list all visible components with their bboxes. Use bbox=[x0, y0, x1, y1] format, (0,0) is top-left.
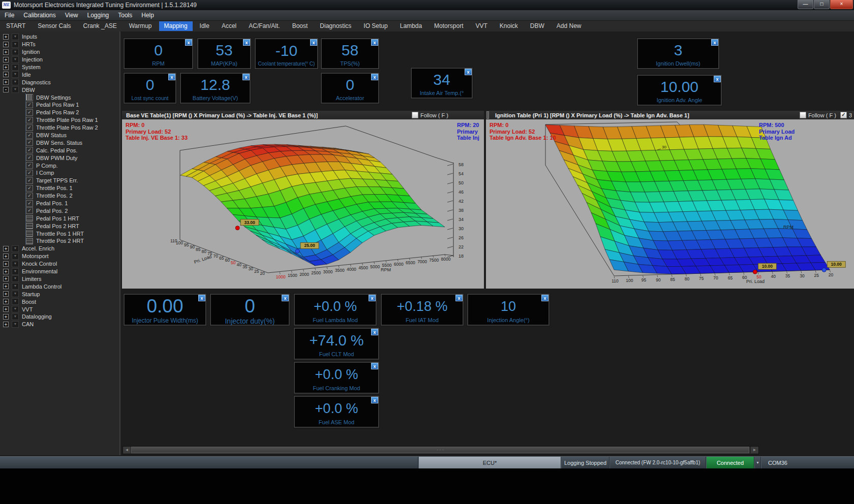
sidebar-item-p-comp[interactable]: ✓P Comp. bbox=[6, 162, 119, 169]
expand-icon[interactable]: + bbox=[3, 72, 9, 77]
expand-icon[interactable]: + bbox=[3, 284, 9, 289]
sidebar-item-can[interactable]: +▼CAN bbox=[0, 321, 119, 328]
expand-icon[interactable]: + bbox=[3, 34, 9, 40]
panel-splitter-grip[interactable] bbox=[486, 111, 489, 119]
close-icon[interactable]: x bbox=[185, 39, 192, 46]
sidebar-item-dbw-pwm-duty[interactable]: ✓DBW PWM Duty bbox=[6, 154, 119, 162]
expand-icon[interactable]: + bbox=[3, 261, 9, 267]
close-icon[interactable]: x bbox=[455, 295, 463, 301]
expand-icon[interactable]: + bbox=[3, 306, 9, 312]
close-icon[interactable]: x bbox=[714, 76, 721, 82]
status-com-port[interactable]: COM36 bbox=[760, 457, 795, 469]
sidebar-item-hrts[interactable]: +▼HRTs bbox=[0, 41, 119, 48]
sidebar-item-environmental[interactable]: +▼Environmental bbox=[0, 268, 119, 275]
expand-icon[interactable]: + bbox=[3, 79, 9, 85]
gauge-lambdamod[interactable]: +0.0 %Fuel Lambda Modx bbox=[294, 294, 377, 326]
close-icon[interactable]: x bbox=[541, 295, 548, 301]
close-button[interactable]: × bbox=[830, 0, 853, 9]
close-icon[interactable]: x bbox=[711, 39, 718, 46]
gauge-batt[interactable]: 12.8Battery Voltage(V)x bbox=[180, 73, 251, 104]
menu-item-calibrations[interactable]: Calibrations bbox=[19, 10, 60, 20]
sidebar-item-dbw[interactable]: -▼DBW bbox=[0, 86, 119, 93]
gauge-duty[interactable]: 0Injector duty(%)x bbox=[210, 294, 290, 326]
follow-checkbox[interactable] bbox=[800, 112, 806, 118]
gauge-injang[interactable]: 10Injection Angle(°)x bbox=[467, 294, 550, 326]
close-icon[interactable]: x bbox=[371, 397, 378, 403]
tab-add-new[interactable]: Add New bbox=[552, 21, 587, 31]
tab-accel[interactable]: Accel bbox=[217, 21, 241, 31]
tab-sensor-cals[interactable]: Sensor Cals bbox=[33, 21, 76, 31]
horizontal-scrollbar[interactable]: ◄ · · · ► bbox=[123, 446, 759, 455]
sidebar-item-idle[interactable]: +▼Idle bbox=[0, 71, 119, 78]
gauge-map[interactable]: 53MAP(KPa)x bbox=[197, 38, 251, 69]
tab-dbw[interactable]: DBW bbox=[525, 21, 550, 31]
gauge-cltmod[interactable]: +74.0 %Fuel CLT Modx bbox=[294, 328, 379, 360]
close-icon[interactable]: x bbox=[371, 329, 378, 335]
close-icon[interactable]: x bbox=[243, 39, 250, 46]
gauge-dwell[interactable]: 3Ignition Dwell(ms)x bbox=[637, 38, 719, 69]
tab-motorsport[interactable]: Motorsport bbox=[429, 21, 468, 31]
follow-checkbox[interactable] bbox=[412, 112, 418, 118]
sidebar-item-vvt[interactable]: +▼VVT bbox=[0, 305, 119, 313]
maximize-button[interactable]: □ bbox=[814, 0, 830, 9]
close-icon[interactable]: x bbox=[465, 69, 472, 75]
view-3d-checkbox[interactable]: ✓ bbox=[840, 112, 847, 118]
tab-ac-fan-alt[interactable]: AC/Fan/Alt. bbox=[243, 21, 285, 31]
expand-icon[interactable]: + bbox=[3, 57, 9, 62]
sidebar-item-startup[interactable]: +▼Startup bbox=[0, 290, 119, 298]
gauge-crankmod[interactable]: +0.0 %Fuel Cranking Modx bbox=[294, 362, 379, 394]
sidebar-item-pedal-pos-1-hrt[interactable]: Pedal Pos 1 HRT bbox=[6, 214, 119, 222]
close-icon[interactable]: x bbox=[282, 295, 289, 301]
sidebar-item-limiters[interactable]: +▼Limiters bbox=[0, 275, 119, 283]
gauge-rpm[interactable]: 0RPMx bbox=[124, 38, 193, 69]
collapse-icon[interactable]: - bbox=[3, 87, 9, 92]
gauge-iatmod[interactable]: +0.18 %Fuel IAT Modx bbox=[381, 294, 464, 326]
tab-start[interactable]: START bbox=[1, 21, 30, 31]
sidebar-item-knock-control[interactable]: +▼Knock Control bbox=[0, 260, 119, 268]
sidebar-item-throttle-pos-1-hrt[interactable]: Throttle Pos 1 HRT bbox=[6, 230, 119, 237]
expand-icon[interactable]: + bbox=[3, 254, 9, 259]
expand-icon[interactable]: + bbox=[3, 276, 9, 281]
menu-item-file[interactable]: File bbox=[0, 10, 19, 20]
close-icon[interactable]: x bbox=[242, 74, 250, 80]
gauge-asemod[interactable]: +0.0 %Fuel ASE Modx bbox=[294, 396, 379, 428]
expand-icon[interactable]: + bbox=[3, 42, 9, 47]
sidebar-item-boost[interactable]: +▼Boost bbox=[0, 298, 119, 305]
expand-icon[interactable]: + bbox=[3, 299, 9, 304]
sidebar-item-diagnostics[interactable]: +▼Diagnostics bbox=[0, 78, 119, 86]
sidebar-item-i-comp[interactable]: ✓I Comp bbox=[6, 169, 119, 177]
sidebar-item-pedal-pos-2-hrt[interactable]: Pedal Pos 2 HRT bbox=[6, 222, 119, 230]
tab-crank-ase[interactable]: Crank _ASE bbox=[78, 21, 122, 31]
close-icon[interactable]: x bbox=[371, 39, 378, 46]
menu-item-tools[interactable]: Tools bbox=[113, 10, 137, 20]
sidebar-item-inputs[interactable]: +▼Inputs bbox=[0, 33, 119, 41]
sidebar-item-lambda-control[interactable]: +▼Lambda Control bbox=[0, 282, 119, 290]
expand-icon[interactable]: + bbox=[3, 246, 9, 251]
menu-item-view[interactable]: View bbox=[60, 10, 83, 20]
tab-lambda[interactable]: Lambda bbox=[395, 21, 427, 31]
ve-table-chart[interactable]: 5854504642383430262218100015002000250030… bbox=[122, 119, 484, 289]
sidebar-item-motorsport[interactable]: +▼Motorsport bbox=[0, 253, 119, 260]
expand-icon[interactable]: + bbox=[3, 291, 9, 297]
sidebar-item-pedal-pos-1[interactable]: ✓Pedal Pos. 1 bbox=[6, 200, 119, 207]
tab-mapping[interactable]: Mapping bbox=[159, 21, 193, 31]
tab-boost[interactable]: Boost bbox=[287, 21, 313, 31]
tab-idle[interactable]: Idle bbox=[195, 21, 215, 31]
ignition-table-chart[interactable]: 110100959085807570656050403530252050030R… bbox=[486, 119, 854, 289]
scroll-left-button[interactable]: ◄ bbox=[123, 447, 131, 453]
sidebar-item-accel-enrich[interactable]: +▼Accel. Enrich bbox=[0, 245, 119, 253]
expand-icon[interactable]: + bbox=[3, 49, 9, 55]
scrollbar-thumb[interactable]: · · · bbox=[131, 447, 749, 453]
sidebar-item-pedal-pos-raw-1[interactable]: ✓Pedal Pos Raw 1 bbox=[6, 101, 119, 109]
close-icon[interactable]: x bbox=[198, 295, 205, 301]
sidebar-item-throttle-plate-pos-raw-2[interactable]: ✓Throttle Plate Pos Raw 2 bbox=[6, 124, 119, 132]
tab-diagnostics[interactable]: Diagnostics bbox=[315, 21, 356, 31]
sidebar-item-throttle-pos-2-hrt[interactable]: Throttle Pos 2 HRT bbox=[6, 237, 119, 245]
gauge-ipw[interactable]: 0.00Injector Pulse Width(ms)x bbox=[124, 294, 206, 326]
tab-knoick[interactable]: Knoick bbox=[495, 21, 523, 31]
scroll-right-button[interactable]: ► bbox=[751, 447, 758, 453]
minimize-button[interactable]: — bbox=[798, 0, 813, 9]
sidebar-item-injection[interactable]: +▼Injection bbox=[0, 56, 119, 64]
gauge-tps[interactable]: 58TPS(%)x bbox=[321, 38, 379, 69]
sidebar-item-target-tpps-err[interactable]: ✓Target TPPS Err. bbox=[6, 177, 119, 184]
